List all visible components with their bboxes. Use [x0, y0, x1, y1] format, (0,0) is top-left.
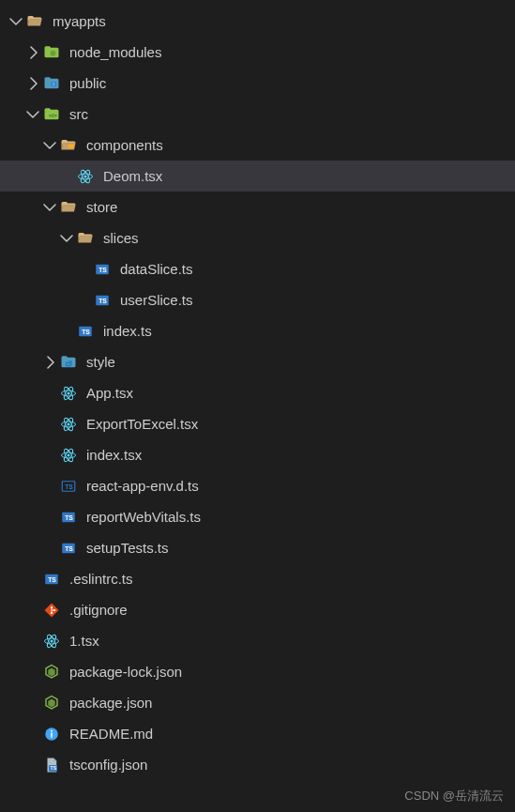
tree-row[interactable]: components — [0, 130, 515, 161]
tree-row[interactable]: slices — [0, 222, 515, 253]
tree-item-label: src — [69, 106, 88, 122]
tree-item-label: components — [86, 137, 163, 153]
svg-text:TS: TS — [98, 298, 107, 304]
svg-text:TS: TS — [65, 483, 73, 490]
tree-row[interactable]: .gitignore — [0, 594, 515, 625]
ts-icon: TS — [92, 290, 113, 311]
svg-text:TS: TS — [98, 267, 107, 273]
folder-open-icon — [75, 228, 96, 249]
tree-row[interactable]: 1.tsx — [0, 625, 515, 656]
tree-item-label: App.tsx — [86, 385, 133, 401]
tree-item-label: index.tsx — [86, 447, 142, 463]
file-explorer-tree: myapptsnode_modulespublic</>srccomponent… — [0, 0, 515, 780]
tree-row[interactable]: TSsetupTests.ts — [0, 532, 515, 563]
react-icon — [75, 166, 96, 187]
folder-public-icon — [41, 73, 62, 94]
info-icon — [41, 724, 62, 744]
svg-text:TS: TS — [48, 576, 56, 583]
svg-point-37 — [51, 639, 53, 642]
tree-item-label: 1.tsx — [69, 633, 99, 649]
tree-item-label: .gitignore — [69, 602, 128, 618]
tree-row[interactable]: TSindex.ts — [0, 315, 515, 346]
tree-item-label: node_modules — [69, 44, 161, 60]
node-json-icon — [41, 693, 62, 713]
tree-row[interactable]: TS.eslintrc.ts — [0, 563, 515, 594]
tree-row[interactable]: ExportToExcel.tsx — [0, 408, 515, 439]
tree-row[interactable]: public — [0, 68, 515, 99]
tree-row[interactable]: App.tsx — [0, 377, 515, 408]
svg-text:TS: TS — [65, 514, 73, 521]
tree-row[interactable]: index.tsx — [0, 439, 515, 470]
svg-rect-3 — [68, 144, 74, 148]
chevron-down-icon[interactable] — [41, 137, 58, 154]
folder-node-icon — [41, 42, 62, 63]
tree-item-label: userSlice.ts — [120, 292, 193, 308]
ts-icon: TS — [92, 259, 113, 280]
chevron-right-icon[interactable] — [24, 44, 41, 61]
svg-point-14 — [68, 391, 70, 394]
tree-row[interactable]: package-lock.json — [0, 656, 515, 687]
ts-icon: TS — [75, 321, 96, 342]
tree-item-label: dataSlice.ts — [120, 261, 193, 277]
chevron-down-icon[interactable] — [58, 230, 75, 247]
svg-text:TS: TS — [51, 765, 57, 771]
folder-components-icon — [58, 135, 79, 156]
svg-rect-42 — [51, 732, 53, 737]
tree-item-label: slices — [103, 230, 139, 246]
tsconfig-icon: TS — [41, 755, 62, 775]
tree-row[interactable]: TStsconfig.json — [0, 749, 515, 780]
tree-row[interactable]: store — [0, 192, 515, 222]
svg-point-4 — [84, 175, 87, 177]
react-icon — [41, 631, 62, 651]
svg-point-43 — [51, 729, 53, 731]
tree-item-label: setupTests.ts — [86, 540, 169, 556]
tree-item-label: package-lock.json — [69, 664, 182, 680]
chevron-right-icon[interactable] — [24, 75, 41, 92]
tree-row[interactable]: TSreportWebVitals.ts — [0, 501, 515, 532]
tree-item-label: public — [69, 75, 106, 91]
tree-row[interactable]: Deom.tsx — [0, 161, 515, 192]
tree-item-label: tsconfig.json — [69, 757, 147, 773]
chevron-right-icon[interactable] — [41, 354, 58, 371]
tree-row[interactable]: myappts — [0, 6, 515, 37]
tree-item-label: myappts — [53, 13, 106, 29]
tree-item-label: store — [86, 199, 117, 215]
svg-point-22 — [68, 453, 70, 456]
watermark-text: CSDN @岳清流云 — [404, 788, 504, 804]
tree-row[interactable]: package.json — [0, 687, 515, 718]
tree-item-label: index.ts — [103, 323, 152, 339]
svg-text:</>: </> — [49, 113, 57, 118]
chevron-down-icon[interactable] — [41, 199, 58, 216]
folder-style-icon — [58, 352, 79, 373]
tree-item-label: README.md — [69, 726, 153, 742]
tree-item-label: .eslintrc.ts — [69, 571, 133, 587]
chevron-down-icon[interactable] — [8, 13, 24, 30]
svg-point-0 — [51, 50, 56, 55]
tree-item-label: ExportToExcel.tsx — [86, 416, 198, 432]
react-icon — [58, 414, 79, 435]
svg-text:TS: TS — [65, 545, 73, 552]
tree-row[interactable]: TSuserSlice.ts — [0, 284, 515, 315]
node-json-icon — [41, 662, 62, 682]
tree-item-label: package.json — [69, 695, 152, 711]
chevron-down-icon[interactable] — [24, 106, 41, 123]
tree-item-label: react-app-env.d.ts — [86, 478, 199, 494]
tree-row[interactable]: TSdataSlice.ts — [0, 253, 515, 284]
tree-row[interactable]: TSreact-app-env.d.ts — [0, 470, 515, 501]
ts-outline-icon: TS — [58, 476, 79, 497]
tree-row[interactable]: node_modules — [0, 37, 515, 68]
tree-row[interactable]: </>src — [0, 99, 515, 130]
svg-point-18 — [68, 422, 70, 425]
folder-open-icon — [24, 11, 45, 32]
svg-text:TS: TS — [82, 329, 90, 335]
folder-src-icon: </> — [41, 104, 62, 125]
tree-row[interactable]: style — [0, 346, 515, 377]
tree-item-label: Deom.tsx — [103, 168, 162, 184]
ts-icon: TS — [41, 569, 62, 590]
react-icon — [58, 383, 79, 404]
react-icon — [58, 445, 79, 466]
ts-icon: TS — [58, 507, 79, 528]
folder-open-icon — [58, 197, 79, 218]
tree-row[interactable]: README.md — [0, 718, 515, 749]
ts-icon: TS — [58, 538, 79, 559]
